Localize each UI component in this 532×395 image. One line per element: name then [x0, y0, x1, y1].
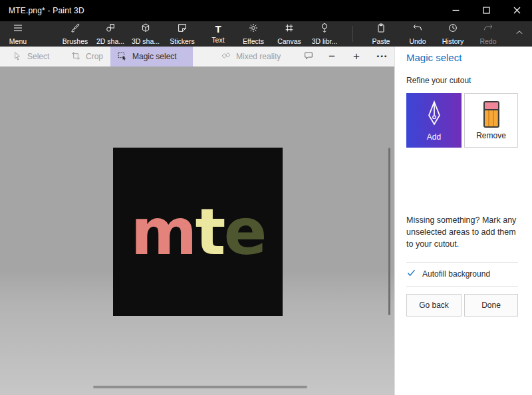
- canvas-area[interactable]: mte: [0, 66, 394, 395]
- subtoolbar-item-label: Select: [27, 52, 49, 61]
- paint3d-window: MTE.png* - Paint 3D Menu Brushes 2D sha.…: [0, 0, 532, 395]
- window-title: MTE.png* - Paint 3D: [0, 6, 84, 15]
- magic-select-toolbar: Select Crop Magic select Mixed reality −…: [0, 47, 394, 66]
- close-icon: [513, 5, 521, 17]
- toolbar-item-paste[interactable]: Paste: [363, 21, 399, 47]
- collapse-ribbon-button[interactable]: [511, 21, 528, 47]
- main-toolbar: Menu Brushes 2D sha... 3D sha... Sticker…: [0, 21, 532, 47]
- magic-select-icon: [117, 51, 128, 63]
- crop-icon: [70, 51, 81, 63]
- go-back-button[interactable]: Go back: [406, 294, 462, 317]
- canvas-image[interactable]: mte: [113, 148, 283, 316]
- ellipsis-icon: ···: [376, 47, 388, 66]
- toolbar-item-stickers[interactable]: Stickers: [164, 21, 200, 47]
- maximize-icon: [483, 5, 490, 17]
- canvas-letter: t: [196, 195, 224, 269]
- minimize-icon: [452, 5, 460, 17]
- horizontal-scrollbar[interactable]: [93, 386, 307, 388]
- go-back-button-label: Go back: [419, 301, 449, 310]
- autofill-background-checkbox[interactable]: Autofill background: [406, 266, 490, 282]
- toolbar-item-text[interactable]: T Text: [200, 21, 236, 47]
- eraser-icon: [483, 101, 499, 128]
- toolbar-item-label: Text: [211, 36, 224, 44]
- magic-select-panel: Magic select Refine your cutout Add Remo…: [394, 47, 532, 395]
- mte-artwork: mte: [130, 200, 265, 264]
- toolbar-item-brushes[interactable]: Brushes: [57, 21, 93, 47]
- toolbar-item-label: Effects: [243, 37, 264, 45]
- missing-something-hint: Missing something? Mark any unselected a…: [406, 214, 523, 250]
- toolbar-item-3d-library[interactable]: 3D libr...: [307, 21, 342, 47]
- toolbar-item-label: Brushes: [63, 37, 88, 45]
- checkmark-icon: [406, 268, 416, 281]
- subtoolbar-item-label: Mixed reality: [236, 52, 281, 61]
- toolbar-item-history[interactable]: History: [435, 21, 471, 47]
- close-button[interactable]: [501, 0, 532, 21]
- add-pen-icon: [424, 100, 444, 129]
- toolbar-item-menu[interactable]: Menu: [3, 21, 33, 47]
- subtoolbar-item-mixed-reality[interactable]: Mixed reality: [214, 47, 287, 66]
- select-cursor-icon: [12, 51, 23, 63]
- brush-icon: [70, 23, 80, 36]
- mixed-reality-icon: [221, 51, 231, 63]
- toolbar-item-label: History: [442, 37, 464, 45]
- callout-icon: [303, 51, 314, 63]
- maximize-button[interactable]: [471, 0, 501, 21]
- toolbar-item-redo[interactable]: Redo: [470, 21, 506, 47]
- callout-tool-button[interactable]: [297, 47, 321, 66]
- chevron-up-icon: [515, 28, 524, 40]
- toolbar-item-label: 3D libr...: [312, 37, 338, 45]
- window-controls: [440, 0, 532, 21]
- titlebar: MTE.png* - Paint 3D: [0, 0, 532, 21]
- subtoolbar-item-magic-select[interactable]: Magic select: [110, 47, 193, 66]
- 3d-shapes-icon: [140, 23, 151, 36]
- toolbar-item-undo[interactable]: Undo: [400, 21, 436, 47]
- add-button-label: Add: [427, 132, 441, 142]
- toolbar-item-label: Stickers: [170, 37, 194, 45]
- toolbar-item-effects[interactable]: Effects: [235, 21, 271, 47]
- toolbar-item-label: Redo: [479, 37, 496, 45]
- paste-icon: [376, 23, 386, 36]
- subtoolbar-item-crop[interactable]: Crop: [64, 47, 110, 66]
- toolbar-separator: [352, 26, 353, 42]
- text-tool-icon: T: [215, 24, 221, 35]
- zoom-out-button[interactable]: −: [322, 47, 342, 66]
- toolbar-item-label: Canvas: [277, 37, 301, 45]
- subtoolbar-item-label: Crop: [86, 52, 103, 61]
- toolbar-item-label: Menu: [9, 37, 27, 45]
- 2d-shapes-icon: [105, 23, 116, 36]
- 3d-library-icon: [319, 23, 330, 36]
- refine-cutout-label: Refine your cutout: [406, 76, 471, 85]
- subtoolbar-item-select[interactable]: Select: [5, 47, 56, 66]
- effects-icon: [248, 23, 259, 36]
- hamburger-icon: [13, 23, 23, 36]
- history-clock-icon: [448, 23, 458, 36]
- done-button[interactable]: Done: [464, 294, 518, 317]
- toolbar-item-2d-shapes[interactable]: 2D sha...: [92, 21, 128, 47]
- canvas-icon: [284, 23, 295, 36]
- remove-button[interactable]: Remove: [464, 93, 518, 148]
- toolbar-item-label: 3D sha...: [132, 37, 160, 45]
- undo-icon: [412, 23, 423, 36]
- minimize-button[interactable]: [440, 0, 471, 21]
- zoom-in-button[interactable]: +: [346, 47, 366, 66]
- remove-button-label: Remove: [476, 131, 506, 140]
- toolbar-item-label: Paste: [372, 37, 390, 45]
- done-button-label: Done: [481, 301, 501, 310]
- plus-icon: +: [353, 47, 360, 66]
- vertical-scrollbar[interactable]: [388, 148, 390, 315]
- panel-divider: [406, 286, 518, 287]
- canvas-letter: m: [130, 195, 195, 269]
- autofill-background-label: Autofill background: [422, 269, 490, 279]
- minus-icon: −: [329, 47, 335, 66]
- add-button[interactable]: Add: [406, 93, 462, 148]
- more-options-button[interactable]: ···: [370, 47, 394, 66]
- panel-divider: [406, 262, 518, 263]
- toolbar-item-label: 2D sha...: [96, 37, 124, 45]
- toolbar-item-label: Undo: [409, 37, 426, 45]
- redo-icon: [483, 23, 493, 36]
- panel-title: Magic select: [406, 52, 462, 63]
- subtoolbar-item-label: Magic select: [132, 52, 177, 61]
- stickers-icon: [177, 23, 188, 36]
- toolbar-item-canvas[interactable]: Canvas: [271, 21, 307, 47]
- toolbar-item-3d-shapes[interactable]: 3D sha...: [128, 21, 164, 47]
